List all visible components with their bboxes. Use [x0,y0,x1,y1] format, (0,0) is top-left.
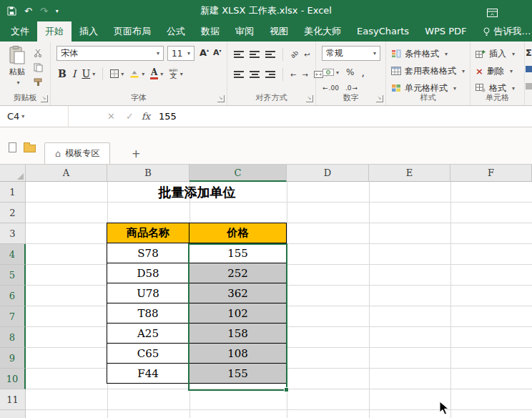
tab-insert[interactable]: 插入 [72,21,106,42]
number-dialog-launcher-icon[interactable]: ↘ [376,95,383,102]
tab-data[interactable]: 数据 [193,21,227,42]
table-cell[interactable]: S78 [107,243,189,263]
row-header-10[interactable]: 10 [0,369,26,389]
clipboard-dialog-launcher-icon[interactable]: ↘ [41,95,48,102]
table-cell[interactable]: C65 [107,344,189,364]
table-cell[interactable]: 102 [189,303,287,324]
fill-color-button[interactable]: ▾ [129,69,144,78]
table-cell[interactable]: 252 [189,263,287,283]
alignment-dialog-launcher-icon[interactable]: ↘ [306,95,313,102]
table-header-product[interactable]: 商品名称 [107,223,189,243]
format-painter-icon[interactable] [34,78,43,87]
row-header-1[interactable]: 1 [0,182,26,203]
tab-tell-me[interactable]: 告诉我… [475,21,532,42]
comma-style-icon[interactable]: , [361,67,364,78]
column-header-f[interactable]: F [450,165,532,182]
align-center-icon[interactable] [250,71,260,78]
column-header-a[interactable]: A [26,165,107,182]
document-tab-active[interactable]: ⌂ 模板专区 [44,142,110,164]
active-cell[interactable]: 155 [189,243,287,263]
accounting-format-button[interactable]: ▾ [322,69,339,76]
open-folder-icon[interactable] [24,145,36,152]
tab-review[interactable]: 审阅 [227,21,262,42]
borders-button[interactable]: ▾ [110,69,124,78]
table-cell[interactable]: D58 [107,263,189,283]
conditional-formatting-button[interactable]: 条件格式 ▾ [391,47,448,61]
increase-indent-icon[interactable]: → [302,71,307,79]
tab-page-layout[interactable]: 页面布局 [106,21,159,42]
row-header-6[interactable]: 6 [0,286,26,306]
italic-button[interactable]: I [72,68,77,79]
table-cell[interactable]: 155 [189,364,287,384]
table-cell[interactable]: U78 [107,283,189,303]
tab-home[interactable]: 开始 [37,21,72,42]
row-header-2[interactable]: 2 [0,203,26,223]
format-as-table-button[interactable]: 套用表格格式 ▾ [391,64,465,78]
row-header-11[interactable]: 11 [0,389,26,410]
wrap-text-icon[interactable]: ↩ [304,51,310,59]
align-right-icon[interactable] [265,71,275,78]
orientation-icon[interactable]: ab [289,49,300,59]
paste-button[interactable]: 粘贴 ▾ [4,46,31,92]
tab-wps-pdf[interactable]: WPS PDF [417,21,474,42]
phonetic-guide-button[interactable]: wén文 ▾ [169,68,182,79]
row-header-12[interactable] [0,410,26,418]
align-bottom-icon[interactable] [265,51,275,58]
decrease-decimal-button[interactable]: .0→ [345,84,358,92]
fill-handle[interactable] [284,387,289,392]
align-top-icon[interactable] [234,51,244,58]
align-left-icon[interactable] [234,71,244,78]
clear-icon[interactable] [526,83,532,89]
grow-font-button[interactable]: A▴ [200,47,209,58]
new-tab-button[interactable]: + [132,147,141,160]
table-cell[interactable]: 362 [189,283,287,303]
row-header-7[interactable]: 7 [0,306,26,327]
insert-cells-button[interactable]: 插入 ▾ [476,47,515,61]
tab-easycharts[interactable]: EasyCharts [349,21,417,42]
row-header-3[interactable]: 3 [0,223,26,244]
tab-file[interactable]: 文件 [3,21,37,42]
bold-button[interactable]: B [58,68,66,79]
tab-beautify[interactable]: 美化大师 [296,21,349,42]
row-header-8[interactable]: 8 [0,327,26,348]
table-cell[interactable]: 158 [189,324,287,344]
tab-formulas[interactable]: 公式 [159,21,193,42]
row-header-5[interactable]: 5 [0,265,26,286]
cut-icon[interactable] [34,49,42,57]
row-header-4[interactable]: 4 [0,244,26,265]
table-header-price[interactable]: 价格 [189,223,287,243]
font-name-select[interactable]: 宋体 ▾ [56,46,164,61]
align-middle-icon[interactable] [250,51,260,58]
tab-view[interactable]: 视图 [262,21,296,42]
column-header-d[interactable]: D [287,165,369,182]
fill-icon[interactable] [526,66,532,72]
autosum-icon[interactable]: Σ [526,47,532,58]
spreadsheet-grid[interactable]: A B C D E F 1 2 3 4 5 6 7 8 9 10 11 批量添加… [0,165,532,418]
insert-function-icon[interactable]: fx [142,111,150,122]
table-cell[interactable]: F44 [107,364,189,384]
number-format-select[interactable]: 常规 ▾ [322,46,380,61]
column-header-b[interactable]: B [107,165,189,182]
table-cell[interactable]: T88 [107,303,189,324]
shrink-font-button[interactable]: A▾ [213,48,222,57]
formula-input[interactable]: 155 [159,111,177,122]
font-size-select[interactable]: 11 ▾ [167,46,194,61]
table-cell[interactable]: A25 [107,324,189,344]
row-header-9[interactable]: 9 [0,348,26,369]
column-header-c[interactable]: C [189,165,287,182]
enter-icon[interactable]: ✓ [126,111,134,122]
table-cell[interactable]: 108 [189,344,287,364]
copy-icon[interactable] [34,63,43,72]
underline-button[interactable]: U▾ [82,68,95,79]
font-color-button[interactable]: A ▾ [150,68,163,79]
percent-style-icon[interactable]: % [346,67,354,77]
cancel-icon[interactable]: ✕ [107,111,115,122]
select-all-button[interactable] [0,165,26,182]
new-document-icon[interactable] [9,142,16,152]
name-box[interactable]: C4 ▾ [0,106,69,127]
column-header-e[interactable]: E [369,165,450,182]
ribbon-display-options-icon[interactable] [487,6,498,20]
font-dialog-launcher-icon[interactable]: ↘ [217,95,225,102]
increase-decimal-button[interactable]: ←.00 [322,84,339,92]
decrease-indent-icon[interactable]: ← [290,71,296,79]
